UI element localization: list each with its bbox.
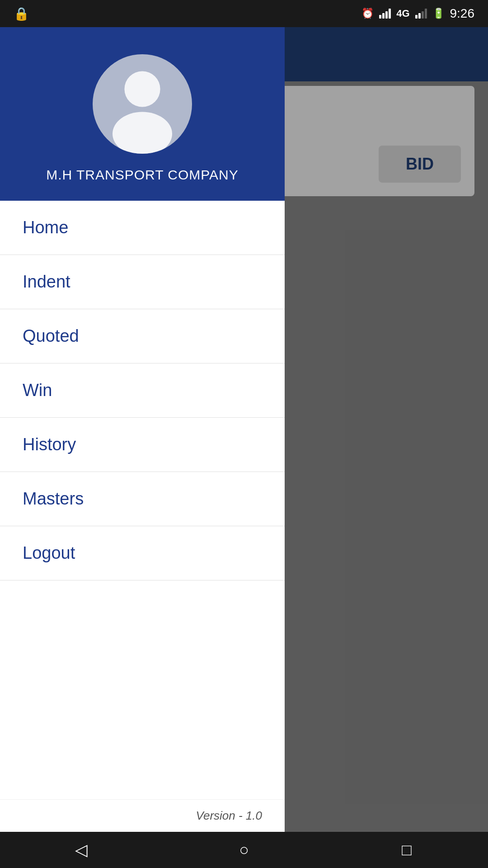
sidebar-item-label-win: Win	[23, 381, 52, 400]
svg-point-0	[124, 71, 160, 107]
battery-icon: 🔋	[432, 8, 445, 19]
company-name: M.H TRANSPORT COMPANY	[46, 167, 239, 183]
time-display: 9:26	[450, 6, 475, 21]
sidebar-item-label-logout: Logout	[23, 543, 75, 563]
clock-icon: ⏰	[361, 8, 374, 19]
nav-drawer: M.H TRANSPORT COMPANY Home Indent Quoted…	[0, 27, 285, 832]
back-button[interactable]: ◁	[63, 832, 99, 868]
sidebar-item-logout[interactable]: Logout	[0, 526, 285, 580]
signal-strength-2-icon	[415, 9, 427, 19]
sidebar-item-history[interactable]: History	[0, 418, 285, 472]
avatar	[93, 54, 192, 154]
avatar-silhouette	[93, 54, 192, 154]
sidebar-item-masters[interactable]: Masters	[0, 472, 285, 526]
sidebar-item-label-quoted: Quoted	[23, 326, 79, 346]
svg-point-1	[113, 112, 172, 154]
drawer-header: M.H TRANSPORT COMPANY	[0, 27, 285, 201]
status-icons: ⏰ 4G 🔋 9:26	[361, 6, 474, 21]
status-bar-left: 🔒	[14, 6, 29, 21]
bottom-nav-bar: ◁ ○ □	[0, 832, 488, 868]
sidebar-item-label-home: Home	[23, 218, 68, 237]
signal-strength-icon	[379, 9, 391, 19]
sidebar-item-label-indent: Indent	[23, 272, 70, 292]
sidebar-item-label-masters: Masters	[23, 489, 84, 509]
network-type-badge: 4G	[396, 8, 409, 19]
sidebar-item-home[interactable]: Home	[0, 201, 285, 255]
sidebar-item-indent[interactable]: Indent	[0, 255, 285, 309]
version-container: Version - 1.0	[0, 799, 285, 832]
home-button[interactable]: ○	[226, 832, 262, 868]
sidebar-item-win[interactable]: Win	[0, 363, 285, 418]
version-text: Version - 1.0	[196, 809, 262, 823]
drawer-scrim[interactable]	[285, 27, 488, 832]
sidebar-item-quoted[interactable]: Quoted	[0, 309, 285, 363]
lock-icon: 🔒	[14, 6, 29, 21]
nav-items-list: Home Indent Quoted Win History Masters L…	[0, 201, 285, 799]
recent-apps-button[interactable]: □	[389, 832, 425, 868]
sidebar-item-label-history: History	[23, 435, 76, 454]
status-bar: 🔒 ⏰ 4G 🔋 9:26	[0, 0, 488, 27]
